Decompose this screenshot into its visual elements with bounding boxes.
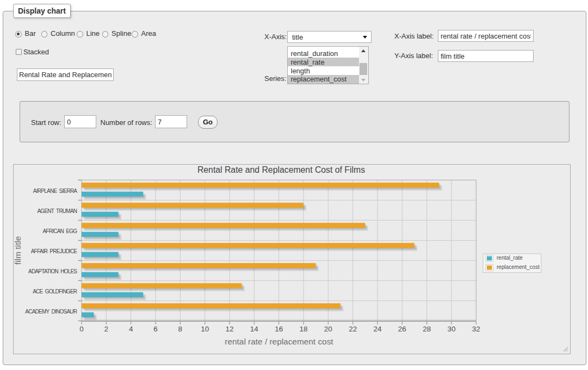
- svg-text:12: 12: [225, 325, 233, 333]
- svg-text:18: 18: [299, 325, 307, 333]
- svg-text:0: 0: [79, 325, 84, 333]
- svg-text:24: 24: [373, 325, 382, 333]
- svg-text:8: 8: [178, 325, 183, 333]
- svg-text:6: 6: [153, 325, 158, 333]
- svg-text:rental_rate: rental_rate: [497, 255, 523, 261]
- svg-text:30: 30: [447, 325, 455, 333]
- svg-text:AIRPLANE SIERRA: AIRPLANE SIERRA: [33, 188, 78, 194]
- svg-text:20: 20: [324, 325, 332, 333]
- svg-text:rental rate / replacement cost: rental rate / replacement cost: [225, 337, 333, 346]
- svg-text:14: 14: [250, 325, 259, 333]
- svg-text:4: 4: [129, 325, 133, 333]
- svg-text:16: 16: [275, 325, 283, 333]
- svg-text:32: 32: [472, 325, 480, 333]
- svg-text:film title: film title: [13, 236, 22, 265]
- svg-text:AFRICAN EGG: AFRICAN EGG: [42, 228, 77, 234]
- svg-text:28: 28: [423, 325, 431, 333]
- svg-text:22: 22: [349, 325, 357, 333]
- svg-text:AGENT TRUMAN: AGENT TRUMAN: [37, 208, 77, 214]
- svg-text:replacement_cost: replacement_cost: [497, 264, 540, 270]
- svg-text:ACE GOLDFINGER: ACE GOLDFINGER: [33, 289, 77, 294]
- svg-text:10: 10: [201, 325, 209, 333]
- svg-text:26: 26: [398, 325, 406, 333]
- svg-text:2: 2: [104, 325, 109, 333]
- svg-text:ADAPTATION HOLES: ADAPTATION HOLES: [28, 268, 77, 274]
- svg-text:ACADEMY DINOSAUR: ACADEMY DINOSAUR: [25, 309, 77, 315]
- svg-text:Rental Rate and Replacement Co: Rental Rate and Replacement Cost of Film…: [197, 165, 365, 174]
- svg-text:AFFAIR PREJUDICE: AFFAIR PREJUDICE: [31, 248, 78, 254]
